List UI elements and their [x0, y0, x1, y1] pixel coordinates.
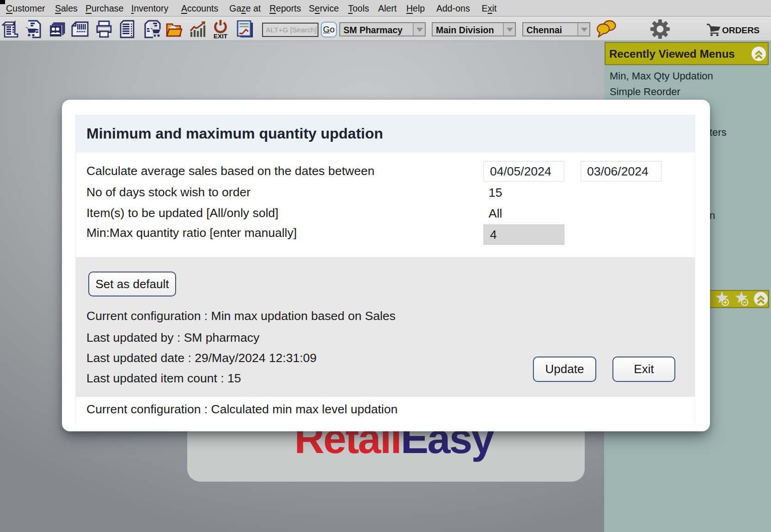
svg-text:EXIT: EXIT [214, 33, 228, 39]
